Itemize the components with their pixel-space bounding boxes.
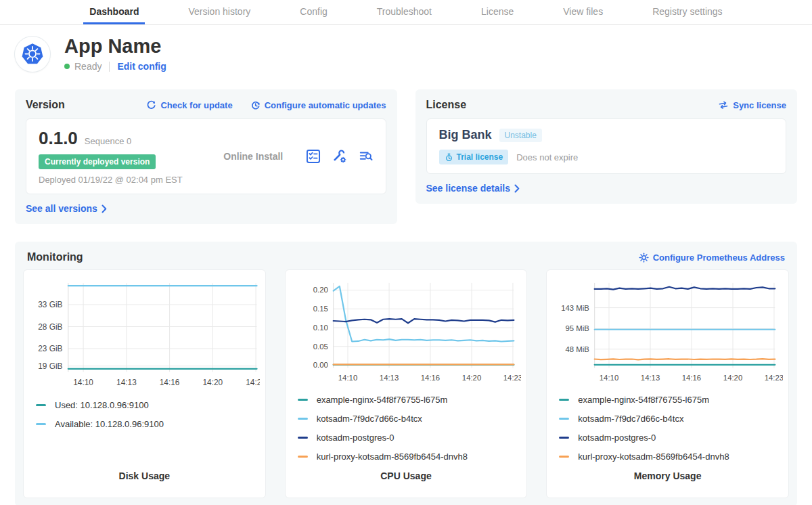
cpu-usage-legend: example-nginx-54f8f76755-l675mkotsadm-7f…	[298, 395, 522, 470]
svg-text:14:16: 14:16	[160, 378, 180, 387]
sync-license-label: Sync license	[733, 100, 786, 110]
legend-color-dash	[559, 399, 569, 401]
svg-text:143 MiB: 143 MiB	[561, 304, 589, 312]
deployed-timestamp: Deployed 01/19/22 @ 02:04 pm EST	[39, 175, 201, 185]
legend-label: Available: 10.128.0.96:9100	[55, 419, 164, 429]
page-title: App Name	[64, 36, 166, 56]
legend-label: Used: 10.128.0.96:9100	[55, 400, 149, 410]
sync-license-link[interactable]: Sync license	[718, 100, 786, 110]
license-expiry: Does not expire	[516, 152, 578, 162]
license-card: License Sync license Big Bank	[415, 89, 798, 204]
preflight-checks-icon[interactable]	[306, 149, 321, 164]
svg-text:33 GiB: 33 GiB	[38, 301, 62, 310]
cpu-usage-chart-card: 0.000.050.100.150.2014:1014:1314:1614:20…	[285, 269, 528, 498]
svg-text:14:10: 14:10	[338, 374, 357, 382]
legend-label: example-nginx-54f8f76755-l675m	[578, 395, 709, 405]
trial-clock-icon	[445, 153, 453, 162]
legend-color-dash	[36, 404, 46, 406]
legend-color-dash	[298, 399, 308, 401]
status-badge: Ready	[74, 61, 102, 72]
check-update-label: Check for update	[160, 100, 232, 110]
legend-color-dash	[36, 423, 46, 425]
svg-text:28 GiB: 28 GiB	[38, 322, 62, 332]
legend-label: kotsadm-7f9dc7d66c-b4tcx	[317, 414, 422, 424]
see-all-versions-link[interactable]: See all versions	[26, 203, 107, 214]
tab-version-history[interactable]: Version history	[182, 0, 256, 24]
tab-view-files[interactable]: View files	[557, 0, 609, 24]
svg-text:14:13: 14:13	[380, 374, 399, 382]
legend-label: example-nginx-54f8f76755-l675m	[317, 395, 448, 405]
legend-item: kotsadm-postgres-0	[559, 433, 783, 443]
svg-text:14:23: 14:23	[503, 374, 521, 382]
configure-prometheus-link[interactable]: Configure Prometheus Address	[639, 252, 785, 263]
tab-license[interactable]: License	[475, 0, 520, 24]
install-type-label: Online Install	[201, 151, 306, 162]
legend-item: Available: 10.128.0.96:9100	[36, 419, 260, 429]
legend-label: kotsadm-postgres-0	[317, 433, 394, 443]
check-for-update-link[interactable]: Check for update	[146, 100, 232, 110]
tab-config[interactable]: Config	[294, 0, 333, 24]
svg-text:14:16: 14:16	[682, 374, 701, 382]
legend-item: kotsadm-7f9dc7d66c-b4tcx	[559, 414, 783, 424]
memory-usage-chart: 48 MiB95 MiB143 MiB14:1014:1314:1614:201…	[552, 278, 783, 387]
sequence-label: Sequence 0	[85, 136, 131, 146]
channel-badge: Unstable	[499, 129, 542, 142]
see-license-details-link[interactable]: See license details	[426, 183, 520, 194]
svg-text:0.05: 0.05	[313, 343, 328, 351]
svg-text:48 MiB: 48 MiB	[566, 345, 589, 353]
svg-text:14:13: 14:13	[641, 374, 660, 382]
tab-registry-settings[interactable]: Registry settings	[646, 0, 728, 24]
auto-update-icon	[250, 100, 261, 110]
legend-color-dash	[298, 418, 308, 420]
legend-item: example-nginx-54f8f76755-l675m	[298, 395, 522, 405]
kubernetes-logo	[15, 37, 50, 72]
memory-usage-legend: example-nginx-54f8f76755-l675mkotsadm-7f…	[559, 395, 783, 470]
legend-color-dash	[298, 437, 308, 439]
configure-automatic-updates-link[interactable]: Configure automatic updates	[250, 100, 386, 110]
divider	[109, 62, 110, 72]
disk-usage-legend: Used: 10.128.0.96:9100Available: 10.128.…	[36, 400, 260, 438]
svg-text:23 GiB: 23 GiB	[38, 345, 62, 354]
configure-prometheus-label: Configure Prometheus Address	[653, 252, 785, 263]
view-logs-icon[interactable]	[359, 149, 374, 164]
gear-icon	[639, 252, 649, 263]
version-card: Version Check for update	[15, 89, 397, 224]
chart-title: Memory Usage	[552, 470, 783, 487]
svg-text:95 MiB: 95 MiB	[566, 325, 589, 333]
legend-item: kurl-proxy-kotsadm-8569fb6454-dnvh8	[298, 452, 522, 462]
version-card-title: Version	[26, 99, 65, 111]
tab-troubleshoot[interactable]: Troubleshoot	[371, 0, 438, 24]
cpu-usage-chart: 0.000.050.100.150.2014:1014:1314:1614:20…	[291, 278, 522, 387]
license-account-name: Big Bank	[439, 128, 492, 142]
trial-license-badge: Trial license	[439, 150, 509, 164]
legend-item: kotsadm-postgres-0	[298, 433, 522, 443]
cards-row: Version Check for update	[15, 89, 797, 224]
config-wrench-icon[interactable]	[332, 149, 347, 164]
disk-usage-chart-card: 19 GiB23 GiB28 GiB33 GiB14:1014:1314:161…	[23, 269, 266, 498]
svg-text:0.15: 0.15	[313, 305, 328, 313]
edit-config-link[interactable]: Edit config	[117, 61, 166, 72]
svg-text:14:23: 14:23	[765, 374, 783, 382]
svg-text:14:16: 14:16	[420, 374, 439, 382]
legend-item: example-nginx-54f8f76755-l675m	[559, 395, 783, 405]
app-header: App Name Ready Edit config	[15, 36, 797, 72]
legend-color-dash	[559, 456, 569, 458]
status-dot	[64, 64, 70, 69]
tab-dashboard[interactable]: Dashboard	[83, 0, 145, 24]
sync-license-icon	[718, 100, 729, 110]
svg-text:0.00: 0.00	[313, 361, 328, 370]
charts-row: 19 GiB23 GiB28 GiB33 GiB14:1014:1314:161…	[23, 269, 789, 498]
legend-label: kotsadm-7f9dc7d66c-b4tcx	[578, 414, 683, 424]
license-card-title: License	[426, 99, 467, 111]
svg-text:14:13: 14:13	[116, 378, 137, 387]
legend-color-dash	[559, 418, 569, 420]
check-update-icon	[146, 100, 156, 110]
svg-text:14:20: 14:20	[203, 378, 223, 387]
chart-title: Disk Usage	[29, 470, 260, 487]
legend-label: kurl-proxy-kotsadm-8569fb6454-dnvh8	[578, 452, 729, 462]
monitoring-title: Monitoring	[27, 251, 83, 263]
legend-item: Used: 10.128.0.96:9100	[36, 400, 260, 410]
svg-text:14:20: 14:20	[723, 374, 742, 382]
top-nav: Dashboard Version history Config Trouble…	[0, 0, 812, 25]
legend-label: kurl-proxy-kotsadm-8569fb6454-dnvh8	[317, 452, 468, 462]
